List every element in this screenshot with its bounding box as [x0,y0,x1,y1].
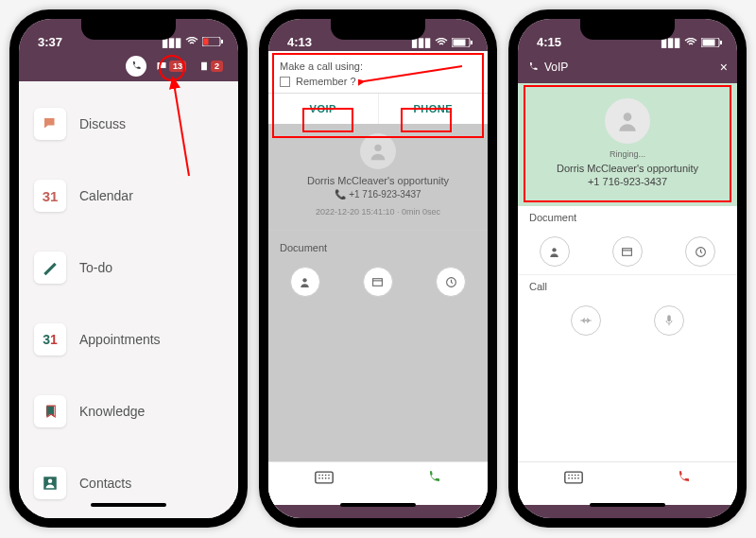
mute-button[interactable] [654,305,684,336]
svg-point-32 [552,248,556,252]
svg-point-45 [577,477,579,479]
clock-button[interactable] [685,236,715,267]
annotation-arrow [146,72,198,185]
call-number: +1 716-923-3437 [518,176,737,187]
transfer-button[interactable] [571,305,601,336]
svg-line-27 [364,66,462,81]
svg-rect-2 [221,40,223,43]
appointments-icon: 31 [34,323,66,356]
close-icon[interactable]: × [720,60,728,75]
avatar-icon [360,133,396,169]
call-button[interactable] [426,470,441,489]
status-time: 4:13 [287,35,312,49]
call-label: Call [518,274,737,298]
document-label: Document [518,206,737,229]
phone-header-icon [527,61,539,73]
window-button[interactable] [612,236,643,267]
svg-point-41 [577,474,579,476]
svg-point-21 [325,474,327,476]
svg-point-4 [48,479,53,484]
svg-point-24 [322,477,324,479]
status-icons: ▮▮▮ [162,35,223,49]
call-title: Dorris McCleaver's opportunity [518,163,737,174]
battery-icon [701,38,722,47]
wifi-icon [185,35,198,49]
remember-label: Remember ? [296,76,356,87]
svg-rect-11 [454,39,466,45]
svg-point-13 [374,145,381,151]
activity-badge[interactable]: 2 [196,59,227,74]
svg-point-14 [302,278,306,282]
svg-point-26 [328,477,330,479]
status-time: 3:37 [38,35,62,49]
modal-buttons: VOIP PHONE [268,94,488,124]
avatar-icon [605,98,650,144]
svg-rect-33 [623,248,632,255]
svg-point-40 [575,474,576,476]
voip-icon[interactable] [126,56,146,77]
ringing-label: Ringing... [518,149,737,159]
contact-meta: 2022-12-20 15:41:10 · 0min 0sec [276,207,480,217]
discuss-icon [34,108,66,140]
svg-point-20 [322,474,324,476]
menu-contacts[interactable]: Contacts [30,458,227,509]
contact-phone: 📞 +1 716-923-3437 [276,189,480,200]
bottom-bar [518,461,737,505]
svg-point-44 [575,477,576,479]
bottom-bar [268,461,488,505]
contacts-icon [34,467,66,499]
svg-point-23 [318,477,320,479]
svg-rect-12 [471,41,472,44]
svg-point-25 [325,477,327,479]
remember-checkbox[interactable] [280,77,290,87]
svg-rect-1 [204,39,209,45]
person-button[interactable] [540,236,570,267]
svg-point-22 [328,474,330,476]
svg-point-43 [572,477,574,479]
menu-appointments[interactable]: 31 Appointments [30,314,227,365]
app-menu: Discuss 31 Calendar To-do 31 Appointment… [19,81,238,518]
wifi-icon [435,38,448,47]
svg-point-19 [318,474,320,476]
status-icons: ▮▮▮ [661,35,722,49]
menu-knowledge[interactable]: Knowledge [30,386,227,437]
battery-icon [452,38,472,47]
battery-icon [202,35,223,49]
keypad-button[interactable] [315,471,334,488]
knowledge-icon [34,395,66,427]
hangup-button[interactable] [676,470,691,489]
todo-icon [34,252,66,284]
svg-rect-36 [667,315,671,321]
svg-rect-15 [373,278,383,286]
voip-button[interactable]: VOIP [268,94,378,124]
voip-header: VoIP × [518,51,737,83]
svg-rect-30 [720,41,722,44]
svg-point-39 [572,474,574,476]
svg-rect-37 [565,472,582,483]
status-icons: ▮▮▮ [411,35,472,49]
wifi-icon [684,38,697,47]
phone-button[interactable]: PHONE [378,94,489,124]
keypad-button[interactable] [564,471,583,488]
svg-line-9 [173,78,189,176]
status-time: 4:15 [537,35,561,49]
menu-todo[interactable]: To-do [30,242,227,293]
calendar-icon: 31 [34,180,66,212]
svg-rect-18 [316,472,333,483]
calling-card: Ringing... Dorris McCleaver's opportunit… [518,83,737,206]
annotation-arrow-2 [358,61,472,89]
svg-rect-29 [703,39,715,45]
svg-point-38 [568,474,570,476]
top-bar: 13 2 [19,51,238,81]
window-button[interactable] [363,267,393,297]
header-title: VoIP [544,61,568,74]
svg-point-42 [568,477,570,479]
contact-title: Dorris McCleaver's opportunity [276,175,480,186]
contact-card: Dorris McCleaver's opportunity 📞 +1 716-… [276,126,480,224]
document-label: Document [268,236,488,259]
person-button[interactable] [290,267,320,297]
svg-point-31 [624,113,632,121]
clock-button[interactable] [436,267,466,297]
